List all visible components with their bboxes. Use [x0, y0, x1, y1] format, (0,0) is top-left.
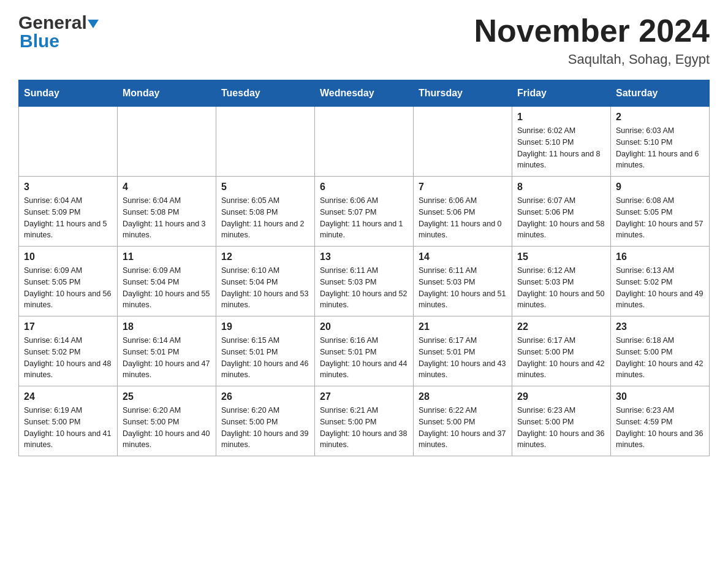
page-header: General Blue November 2024 Saqultah, Soh… — [18, 12, 710, 67]
calendar-day-cell: 7Sunrise: 6:06 AM Sunset: 5:06 PM Daylig… — [414, 177, 512, 247]
day-info: Sunrise: 6:12 AM Sunset: 5:03 PM Dayligh… — [517, 265, 605, 311]
calendar-day-cell: 12Sunrise: 6:10 AM Sunset: 5:04 PM Dayli… — [216, 247, 315, 316]
day-number: 21 — [419, 321, 507, 332]
day-info: Sunrise: 6:08 AM Sunset: 5:05 PM Dayligh… — [616, 195, 704, 241]
day-info: Sunrise: 6:04 AM Sunset: 5:09 PM Dayligh… — [24, 195, 112, 241]
day-number: 13 — [320, 251, 408, 262]
calendar-day-cell — [118, 107, 216, 177]
day-info: Sunrise: 6:23 AM Sunset: 4:59 PM Dayligh… — [616, 405, 704, 451]
day-number: 22 — [517, 321, 605, 332]
calendar-day-cell — [414, 107, 512, 177]
day-number: 24 — [24, 391, 112, 402]
calendar-week-row: 24Sunrise: 6:19 AM Sunset: 5:00 PM Dayli… — [19, 386, 710, 456]
calendar-day-cell: 11Sunrise: 6:09 AM Sunset: 5:04 PM Dayli… — [118, 247, 216, 316]
day-number: 7 — [419, 182, 507, 193]
calendar-day-cell: 17Sunrise: 6:14 AM Sunset: 5:02 PM Dayli… — [19, 316, 118, 386]
day-number: 27 — [320, 391, 408, 402]
calendar-day-cell: 3Sunrise: 6:04 AM Sunset: 5:09 PM Daylig… — [19, 177, 118, 247]
day-number: 23 — [616, 321, 704, 332]
day-number: 9 — [616, 182, 704, 193]
logo-general-text: General — [18, 12, 87, 33]
day-info: Sunrise: 6:17 AM Sunset: 5:01 PM Dayligh… — [419, 335, 507, 381]
day-info: Sunrise: 6:02 AM Sunset: 5:10 PM Dayligh… — [517, 125, 605, 171]
weekday-header-thursday: Thursday — [414, 80, 512, 107]
calendar-day-cell: 5Sunrise: 6:05 AM Sunset: 5:08 PM Daylig… — [216, 177, 315, 247]
day-number: 11 — [123, 251, 211, 262]
day-info: Sunrise: 6:16 AM Sunset: 5:01 PM Dayligh… — [320, 335, 408, 381]
day-number: 28 — [419, 391, 507, 402]
calendar-day-cell: 1Sunrise: 6:02 AM Sunset: 5:10 PM Daylig… — [512, 107, 611, 177]
day-number: 5 — [221, 182, 309, 193]
day-number: 17 — [24, 321, 112, 332]
day-info: Sunrise: 6:05 AM Sunset: 5:08 PM Dayligh… — [221, 195, 309, 241]
day-info: Sunrise: 6:18 AM Sunset: 5:00 PM Dayligh… — [616, 335, 704, 381]
calendar-day-cell: 16Sunrise: 6:13 AM Sunset: 5:02 PM Dayli… — [611, 247, 710, 316]
calendar-day-cell: 23Sunrise: 6:18 AM Sunset: 5:00 PM Dayli… — [611, 316, 710, 386]
day-number: 10 — [24, 251, 112, 262]
month-year-title: November 2024 — [474, 12, 710, 49]
day-info: Sunrise: 6:19 AM Sunset: 5:00 PM Dayligh… — [24, 405, 112, 451]
location-subtitle: Saqultah, Sohag, Egypt — [474, 52, 710, 67]
day-number: 29 — [517, 391, 605, 402]
calendar-day-cell: 4Sunrise: 6:04 AM Sunset: 5:08 PM Daylig… — [118, 177, 216, 247]
calendar-day-cell: 13Sunrise: 6:11 AM Sunset: 5:03 PM Dayli… — [315, 247, 414, 316]
weekday-header-sunday: Sunday — [19, 80, 118, 107]
calendar-day-cell: 30Sunrise: 6:23 AM Sunset: 4:59 PM Dayli… — [611, 386, 710, 456]
calendar-day-cell: 18Sunrise: 6:14 AM Sunset: 5:01 PM Dayli… — [118, 316, 216, 386]
day-number: 12 — [221, 251, 309, 262]
day-number: 3 — [24, 182, 112, 193]
day-number: 14 — [419, 251, 507, 262]
calendar-day-cell — [315, 107, 414, 177]
logo-arrow-icon — [88, 20, 99, 28]
day-number: 20 — [320, 321, 408, 332]
day-number: 16 — [616, 251, 704, 262]
day-number: 18 — [123, 321, 211, 332]
calendar-day-cell: 9Sunrise: 6:08 AM Sunset: 5:05 PM Daylig… — [611, 177, 710, 247]
calendar-day-cell: 25Sunrise: 6:20 AM Sunset: 5:00 PM Dayli… — [118, 386, 216, 456]
day-info: Sunrise: 6:23 AM Sunset: 5:00 PM Dayligh… — [517, 405, 605, 451]
day-number: 6 — [320, 182, 408, 193]
day-info: Sunrise: 6:03 AM Sunset: 5:10 PM Dayligh… — [616, 125, 704, 171]
day-info: Sunrise: 6:17 AM Sunset: 5:00 PM Dayligh… — [517, 335, 605, 381]
calendar-day-cell: 24Sunrise: 6:19 AM Sunset: 5:00 PM Dayli… — [19, 386, 118, 456]
day-number: 4 — [123, 182, 211, 193]
calendar-day-cell: 26Sunrise: 6:20 AM Sunset: 5:00 PM Dayli… — [216, 386, 315, 456]
day-info: Sunrise: 6:14 AM Sunset: 5:01 PM Dayligh… — [123, 335, 211, 381]
day-info: Sunrise: 6:14 AM Sunset: 5:02 PM Dayligh… — [24, 335, 112, 381]
calendar-day-cell: 14Sunrise: 6:11 AM Sunset: 5:03 PM Dayli… — [414, 247, 512, 316]
day-info: Sunrise: 6:20 AM Sunset: 5:00 PM Dayligh… — [123, 405, 211, 451]
calendar-week-row: 17Sunrise: 6:14 AM Sunset: 5:02 PM Dayli… — [19, 316, 710, 386]
weekday-header-wednesday: Wednesday — [315, 80, 414, 107]
day-info: Sunrise: 6:09 AM Sunset: 5:05 PM Dayligh… — [24, 265, 112, 311]
day-number: 15 — [517, 251, 605, 262]
calendar-day-cell: 10Sunrise: 6:09 AM Sunset: 5:05 PM Dayli… — [19, 247, 118, 316]
day-info: Sunrise: 6:04 AM Sunset: 5:08 PM Dayligh… — [123, 195, 211, 241]
calendar-day-cell: 21Sunrise: 6:17 AM Sunset: 5:01 PM Dayli… — [414, 316, 512, 386]
title-section: November 2024 Saqultah, Sohag, Egypt — [474, 12, 710, 67]
day-number: 26 — [221, 391, 309, 402]
calendar-day-cell: 8Sunrise: 6:07 AM Sunset: 5:06 PM Daylig… — [512, 177, 611, 247]
day-info: Sunrise: 6:15 AM Sunset: 5:01 PM Dayligh… — [221, 335, 309, 381]
day-info: Sunrise: 6:06 AM Sunset: 5:06 PM Dayligh… — [419, 195, 507, 241]
day-number: 19 — [221, 321, 309, 332]
calendar-week-row: 1Sunrise: 6:02 AM Sunset: 5:10 PM Daylig… — [19, 107, 710, 177]
day-number: 25 — [123, 391, 211, 402]
weekday-header-row: SundayMondayTuesdayWednesdayThursdayFrid… — [19, 80, 710, 107]
weekday-header-monday: Monday — [118, 80, 216, 107]
calendar-table: SundayMondayTuesdayWednesdayThursdayFrid… — [18, 80, 710, 456]
day-info: Sunrise: 6:21 AM Sunset: 5:00 PM Dayligh… — [320, 405, 408, 451]
day-info: Sunrise: 6:20 AM Sunset: 5:00 PM Dayligh… — [221, 405, 309, 451]
calendar-day-cell: 15Sunrise: 6:12 AM Sunset: 5:03 PM Dayli… — [512, 247, 611, 316]
calendar-day-cell: 22Sunrise: 6:17 AM Sunset: 5:00 PM Dayli… — [512, 316, 611, 386]
day-number: 8 — [517, 182, 605, 193]
day-info: Sunrise: 6:09 AM Sunset: 5:04 PM Dayligh… — [123, 265, 211, 311]
day-number: 30 — [616, 391, 704, 402]
calendar-day-cell — [216, 107, 315, 177]
calendar-day-cell: 20Sunrise: 6:16 AM Sunset: 5:01 PM Dayli… — [315, 316, 414, 386]
weekday-header-friday: Friday — [512, 80, 611, 107]
day-info: Sunrise: 6:06 AM Sunset: 5:07 PM Dayligh… — [320, 195, 408, 241]
weekday-header-tuesday: Tuesday — [216, 80, 315, 107]
day-number: 2 — [616, 112, 704, 123]
calendar-week-row: 3Sunrise: 6:04 AM Sunset: 5:09 PM Daylig… — [19, 177, 710, 247]
day-number: 1 — [517, 112, 605, 123]
